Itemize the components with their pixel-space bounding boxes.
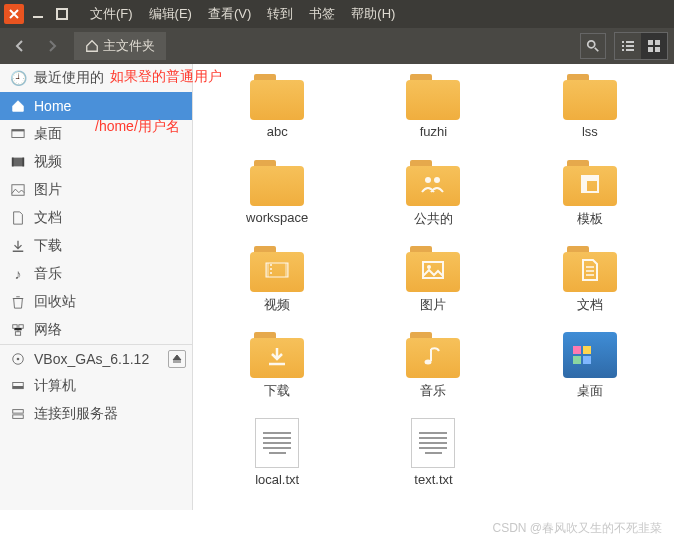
file-label: fuzhi (420, 124, 447, 139)
music-icon: ♪ (10, 266, 26, 282)
svg-rect-0 (33, 16, 43, 18)
sidebar-item-label: 计算机 (34, 377, 76, 395)
watermark: CSDN @春风吹又生的不死韭菜 (492, 520, 662, 537)
menu-file[interactable]: 文件(F) (84, 3, 139, 25)
file-item[interactable]: text.txt (355, 418, 511, 500)
svg-rect-20 (19, 325, 23, 329)
file-label: 模板 (577, 210, 603, 228)
menu-go[interactable]: 转到 (261, 3, 299, 25)
file-item[interactable]: 视频 (199, 246, 355, 328)
sidebar-item-label: 最近使用的 (34, 69, 104, 87)
text-file-icon (411, 418, 455, 468)
svg-rect-34 (266, 263, 269, 277)
desktop-folder-icon (563, 332, 617, 378)
sidebar-item-music[interactable]: ♪音乐 (0, 260, 192, 288)
sidebar-item-network[interactable]: 网络 (0, 316, 192, 344)
file-label: 公共的 (414, 210, 453, 228)
svg-rect-15 (12, 158, 24, 167)
svg-rect-39 (423, 262, 443, 278)
sidebar-item-documents[interactable]: 文档 (0, 204, 192, 232)
svg-point-28 (425, 177, 431, 183)
menu-view[interactable]: 查看(V) (202, 3, 257, 25)
sidebar-item-vbox[interactable]: VBox_GAs_6.1.12 (0, 344, 192, 372)
list-view-button[interactable] (615, 33, 641, 59)
path-home-button[interactable]: 主文件夹 (75, 33, 165, 59)
maximize-button[interactable] (52, 4, 72, 24)
svg-rect-33 (266, 263, 288, 277)
minimize-button[interactable] (28, 4, 48, 24)
file-label: text.txt (414, 472, 452, 487)
file-item[interactable]: lss (512, 74, 668, 156)
sidebar-item-label: 文档 (34, 209, 62, 227)
video-icon (10, 154, 26, 170)
svg-rect-17 (22, 158, 24, 167)
menu-edit[interactable]: 编辑(E) (143, 3, 198, 25)
svg-point-2 (588, 41, 595, 48)
icon-view-button[interactable] (641, 33, 667, 59)
svg-rect-27 (13, 415, 24, 419)
svg-point-41 (425, 360, 432, 365)
server-icon (10, 406, 26, 422)
folder-icon (406, 74, 460, 120)
file-grid[interactable]: abcfuzhilssworkspace公共的模板视频图片文档下载音乐桌面loc… (193, 64, 674, 510)
file-label: 文档 (577, 296, 603, 314)
svg-rect-25 (13, 386, 24, 389)
file-manager-window: 文件(F) 编辑(E) 查看(V) 转到 书签 帮助(H) 主文件夹 🕘最近使用… (0, 0, 674, 510)
titlebar: 文件(F) 编辑(E) 查看(V) 转到 书签 帮助(H) (0, 0, 674, 28)
sidebar-item-label: 视频 (34, 153, 62, 171)
svg-rect-14 (12, 130, 24, 132)
sidebar-item-computer[interactable]: 计算机 (0, 372, 192, 400)
sidebar-item-label: 音乐 (34, 265, 62, 283)
svg-rect-3 (622, 41, 624, 43)
sidebar-item-connect-server[interactable]: 连接到服务器 (0, 400, 192, 428)
sidebar-item-recent[interactable]: 🕘最近使用的 (0, 64, 192, 92)
file-item[interactable]: fuzhi (355, 74, 511, 156)
file-item[interactable]: 模板 (512, 160, 668, 242)
sidebar-item-videos[interactable]: 视频 (0, 148, 192, 176)
folder-icon (250, 246, 304, 292)
file-item[interactable]: local.txt (199, 418, 355, 500)
file-label: 视频 (264, 296, 290, 314)
svg-rect-21 (15, 332, 20, 336)
file-item[interactable]: abc (199, 74, 355, 156)
folder-icon (406, 332, 460, 378)
disc-icon (10, 351, 26, 367)
sidebar-item-label: VBox_GAs_6.1.12 (34, 351, 149, 367)
sidebar-item-downloads[interactable]: 下载 (0, 232, 192, 260)
menu-bookmarks[interactable]: 书签 (303, 3, 341, 25)
file-label: 下载 (264, 382, 290, 400)
sidebar-item-label: Home (34, 98, 71, 114)
network-icon (10, 322, 26, 338)
sidebar-item-pictures[interactable]: 图片 (0, 176, 192, 204)
svg-rect-6 (626, 45, 634, 47)
file-item[interactable]: 桌面 (512, 332, 668, 414)
forward-button[interactable] (38, 32, 66, 60)
back-button[interactable] (6, 32, 34, 60)
file-item[interactable]: workspace (199, 160, 355, 242)
close-button[interactable] (4, 4, 24, 24)
file-item[interactable]: 音乐 (355, 332, 511, 414)
sidebar-item-home[interactable]: Home (0, 92, 192, 120)
path-label: 主文件夹 (103, 37, 155, 55)
file-item[interactable]: 下载 (199, 332, 355, 414)
clock-icon: 🕘 (10, 70, 26, 86)
file-item[interactable]: 文档 (512, 246, 668, 328)
sidebar-item-label: 连接到服务器 (34, 405, 118, 423)
file-item[interactable]: 图片 (355, 246, 511, 328)
folder-icon (406, 246, 460, 292)
eject-button[interactable] (168, 350, 186, 368)
svg-rect-18 (12, 185, 24, 196)
path-bar: 主文件夹 (74, 32, 166, 60)
svg-rect-1 (57, 9, 67, 19)
home-icon (85, 39, 99, 53)
folder-icon (563, 160, 617, 206)
file-label: 音乐 (420, 382, 446, 400)
sidebar-item-trash[interactable]: 回收站 (0, 288, 192, 316)
sidebar-item-desktop[interactable]: 桌面 (0, 120, 192, 148)
svg-rect-10 (655, 40, 660, 45)
sidebar-item-label: 桌面 (34, 125, 62, 143)
search-button[interactable] (580, 33, 606, 59)
folder-icon (406, 160, 460, 206)
file-item[interactable]: 公共的 (355, 160, 511, 242)
menu-help[interactable]: 帮助(H) (345, 3, 401, 25)
